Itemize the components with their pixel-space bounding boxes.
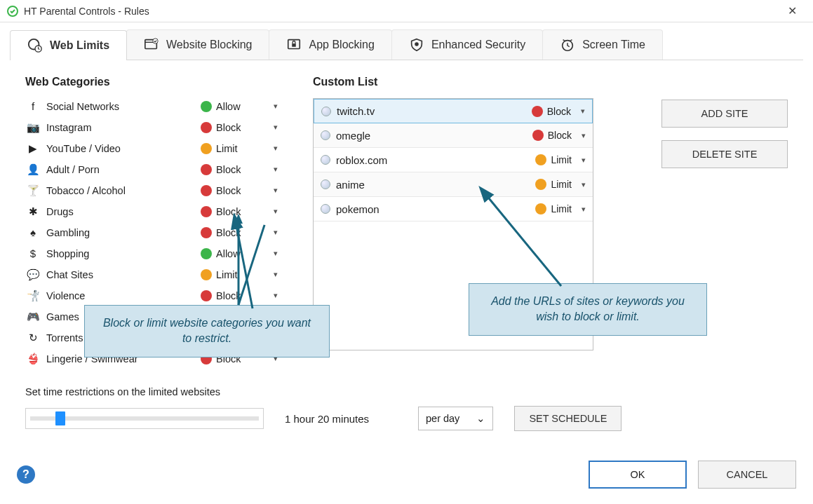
limit-badge-icon <box>201 269 212 280</box>
categories-heading: Web Categories <box>25 76 278 88</box>
perm-label: Block <box>216 164 241 175</box>
perm-dropdown[interactable]: Block▾ <box>201 206 278 217</box>
time-display: 1 hour 20 minutes <box>285 413 397 425</box>
svg-rect-7 <box>293 43 297 47</box>
category-icon: 👤 <box>25 163 41 176</box>
custom-list-row[interactable]: twitch.tvBlock▾ <box>314 99 593 123</box>
category-row: fSocial NetworksAllow▾ <box>25 98 278 114</box>
chevron-down-icon[interactable]: ▾ <box>582 205 586 214</box>
add-site-button[interactable]: ADD SITE <box>661 100 788 128</box>
shield-icon <box>409 37 424 53</box>
perm-dropdown[interactable]: Allow▾ <box>201 248 278 259</box>
perm-dropdown[interactable]: Block▾ <box>201 122 278 133</box>
category-label: Drugs <box>46 206 201 217</box>
limit-badge-icon <box>535 179 546 190</box>
category-label: Violence <box>46 290 201 301</box>
callout-categories: Block or limit website categories you wa… <box>84 305 330 357</box>
custom-list-label: omegle <box>336 130 532 142</box>
tab-label: Enhanced Security <box>431 39 525 51</box>
chevron-down-icon[interactable]: ▾ <box>582 131 586 140</box>
limit-badge-icon <box>535 203 546 214</box>
alarm-clock-icon <box>560 37 575 53</box>
block-badge-icon <box>532 130 544 141</box>
category-icon: 🎮 <box>25 311 41 323</box>
perm-dropdown[interactable]: Limit▾ <box>201 143 278 154</box>
chevron-down-icon[interactable]: ▾ <box>274 165 278 174</box>
perm-dropdown[interactable]: Block▾ <box>201 227 278 238</box>
category-icon: ✱ <box>25 205 41 218</box>
custom-list-row[interactable]: animeLimit▾ <box>314 172 593 197</box>
category-label: Chat Sites <box>46 269 201 280</box>
category-row: $ShoppingAllow▾ <box>25 245 278 261</box>
perm-dropdown[interactable]: Block▾ <box>201 290 278 301</box>
category-icon: 🍸 <box>25 184 41 197</box>
close-button[interactable]: ✕ <box>778 4 806 18</box>
chevron-down-icon[interactable]: ▾ <box>274 144 278 153</box>
perm-dropdown[interactable]: Limit▾ <box>201 269 278 280</box>
perm-dropdown[interactable]: Limit▾ <box>535 203 586 214</box>
perm-dropdown[interactable]: Block▾ <box>532 130 586 141</box>
perm-label: Block <box>216 122 241 133</box>
time-unit-dropdown[interactable]: per day ⌄ <box>418 407 493 430</box>
cancel-button[interactable]: CANCEL <box>698 461 796 489</box>
tab-app-blocking[interactable]: App Blocking <box>269 29 391 60</box>
globe-icon <box>321 155 330 165</box>
delete-site-button[interactable]: DELETE SITE <box>661 140 788 168</box>
svg-point-5 <box>153 39 158 43</box>
category-label: Adult / Porn <box>46 164 201 175</box>
chevron-down-icon[interactable]: ▾ <box>274 123 278 132</box>
block-badge-icon <box>201 164 212 175</box>
chevron-down-icon[interactable]: ▾ <box>582 180 586 189</box>
chevron-down-icon[interactable]: ▾ <box>274 249 278 258</box>
category-row: ▶YouTube / VideoLimit▾ <box>25 140 278 156</box>
app-icon <box>7 6 18 17</box>
perm-label: Limit <box>551 179 572 190</box>
tab-screen-time[interactable]: Screen Time <box>542 29 663 60</box>
tab-label: Web Limits <box>50 39 109 52</box>
perm-label: Block <box>216 206 241 217</box>
chevron-down-icon[interactable]: ▾ <box>274 102 278 111</box>
chevron-down-icon[interactable]: ▾ <box>274 291 278 300</box>
category-row: 🍸Tobacco / AlcoholBlock▾ <box>25 182 278 198</box>
block-badge-icon <box>201 185 212 196</box>
perm-label: Block <box>216 290 241 301</box>
ok-button[interactable]: OK <box>589 461 687 489</box>
chevron-down-icon[interactable]: ▾ <box>582 156 586 165</box>
perm-dropdown[interactable]: Block▾ <box>532 106 585 117</box>
perm-dropdown[interactable]: Block▾ <box>201 185 278 196</box>
perm-label: Limit <box>216 269 238 280</box>
allow-badge-icon <box>201 248 212 259</box>
perm-dropdown[interactable]: Allow▾ <box>201 101 278 112</box>
custom-list-row[interactable]: omegleBlock▾ <box>314 123 593 148</box>
custom-list-row[interactable]: pokemonLimit▾ <box>314 197 593 222</box>
custom-list-label: anime <box>336 179 535 191</box>
chevron-down-icon[interactable]: ▾ <box>581 107 585 116</box>
limit-badge-icon <box>535 154 546 165</box>
category-icon: 💬 <box>25 268 41 281</box>
tab-enhanced-security[interactable]: Enhanced Security <box>391 29 543 60</box>
perm-dropdown[interactable]: Limit▾ <box>535 154 586 165</box>
tab-label: Screen Time <box>582 39 645 51</box>
category-icon: 👙 <box>25 353 41 365</box>
chevron-down-icon[interactable]: ▾ <box>274 207 278 216</box>
tab-website-blocking[interactable]: Website Blocking <box>126 29 269 60</box>
svg-point-8 <box>415 42 419 46</box>
perm-dropdown[interactable]: Block▾ <box>201 164 278 175</box>
time-slider[interactable] <box>25 408 264 429</box>
tab-bar: Web Limits Website Blocking App Blocking… <box>10 29 803 60</box>
globe-clock-icon <box>27 38 43 53</box>
help-button[interactable]: ? <box>17 465 35 484</box>
set-schedule-button[interactable]: SET SCHEDULE <box>514 406 621 431</box>
chevron-down-icon[interactable]: ▾ <box>274 186 278 195</box>
custom-list-label: roblox.com <box>336 154 535 166</box>
perm-dropdown[interactable]: Limit▾ <box>535 179 586 190</box>
category-row: ♠GamblingBlock▾ <box>25 224 278 240</box>
category-row: 💬Chat SitesLimit▾ <box>25 266 278 282</box>
custom-list-row[interactable]: roblox.comLimit▾ <box>314 148 593 172</box>
tab-web-limits[interactable]: Web Limits <box>10 30 127 60</box>
perm-label: Limit <box>551 154 572 165</box>
chevron-down-icon[interactable]: ▾ <box>274 270 278 279</box>
slider-thumb[interactable] <box>55 411 65 425</box>
block-badge-icon <box>532 106 543 117</box>
chevron-down-icon[interactable]: ▾ <box>274 228 278 237</box>
